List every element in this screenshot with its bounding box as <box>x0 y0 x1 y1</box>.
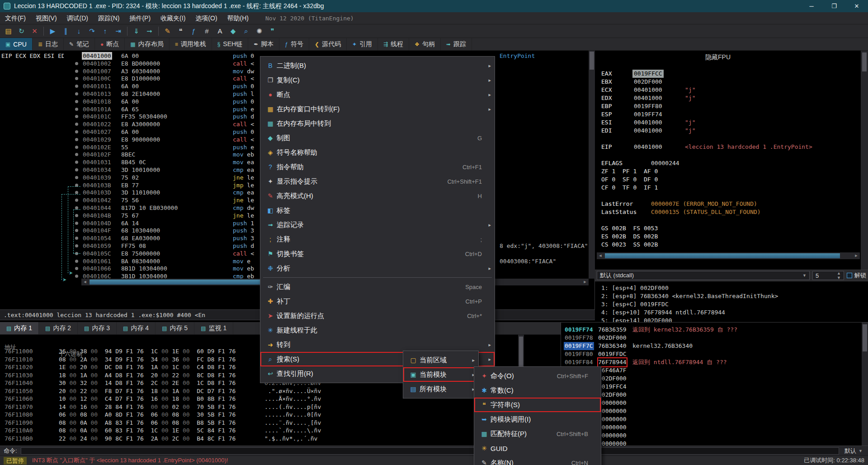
stack-row[interactable]: 0019FF94002DF000 <box>561 391 868 399</box>
breakpoint-dot-icon[interactable] <box>75 260 78 263</box>
string-search-item-命令(O)[interactable]: ✦命令(O)Ctrl+Shift+F <box>474 369 601 383</box>
string-search-item-字符串(S)[interactable]: ❝字符串(S) <box>474 398 601 412</box>
register-row[interactable]: ECX00401000"j" <box>601 86 859 94</box>
stop-icon[interactable]: ✕ <box>28 26 41 37</box>
settings-icon[interactable]: ✺ <box>253 26 265 37</box>
menubar-item[interactable]: 跟踪(N) <box>93 12 124 24</box>
stack-row[interactable]: 0019FF800019FFDC <box>561 350 868 358</box>
register-row[interactable]: EAX0019FFCC <box>601 70 859 78</box>
tab-引用[interactable]: ✦引用 <box>347 38 378 50</box>
stack-row[interactable]: 0019FF78002DF000 <box>561 334 868 342</box>
context-menu-item-补丁[interactable]: ✚补丁Ctrl+P <box>260 294 495 308</box>
breakpoint-dot-icon[interactable] <box>75 176 78 179</box>
context-menu-item-汇编[interactable]: ✑汇编Space <box>260 280 495 294</box>
breakpoint-dot-icon[interactable] <box>75 214 78 217</box>
arg-row[interactable]: 3: [esp+C] 0019FFDC <box>601 300 669 308</box>
register-row[interactable]: OF 0 SF 0 DF 0 <box>601 176 859 184</box>
context-menu-item-断点[interactable]: ●断点▸ <box>260 87 495 102</box>
breakpoint-dot-icon[interactable] <box>75 85 78 88</box>
context-menu-item-高亮模式(H)[interactable]: ✎高亮模式(H)H <box>260 189 495 203</box>
stack-panel[interactable]: 0019FF7476B36359返回到 kernel32.76B36359 自 … <box>561 322 868 446</box>
animate-icon[interactable]: ⇓ <box>130 26 142 37</box>
minimize-button[interactable]: ─ <box>800 0 823 12</box>
breakpoint-dot-icon[interactable] <box>75 77 78 80</box>
dump-tab-监视 1[interactable]: ▤监视 1 <box>194 322 233 334</box>
string-search-item-名称(N)[interactable]: ✎名称(N)Ctrl+N <box>474 456 601 465</box>
command-input[interactable] <box>21 447 839 455</box>
stack-row[interactable]: 0019FF8876F46A7F <box>561 366 868 375</box>
stack-vscrollbar[interactable] <box>862 323 868 446</box>
trace-icon[interactable]: ➞ <box>143 26 156 37</box>
register-row[interactable]: EDI00401000"j" <box>601 127 859 135</box>
breakpoint-dot-icon[interactable] <box>75 161 78 164</box>
register-row[interactable]: EBX002DF000 <box>601 78 859 86</box>
scroll-right-icon[interactable]: ► <box>582 279 588 285</box>
breakpoint-dot-icon[interactable] <box>75 275 78 278</box>
pause-icon[interactable]: ∥ <box>60 26 72 37</box>
breakpoint-dot-icon[interactable] <box>75 92 78 95</box>
register-vscrollbar[interactable] <box>861 51 868 270</box>
tab-源代码[interactable]: ❮源代码 <box>309 38 347 50</box>
breakpoint-dot-icon[interactable] <box>75 115 78 118</box>
maximize-button[interactable]: ❐ <box>823 0 845 12</box>
breakpoint-dot-icon[interactable] <box>75 191 78 194</box>
dump-tab-内存 4[interactable]: ▤内存 4 <box>117 322 156 334</box>
dump-tab-内存 1[interactable]: ▤内存 1 <box>0 322 39 334</box>
register-hscroll-thumb[interactable] <box>605 253 840 258</box>
breakpoint-dot-icon[interactable] <box>75 130 78 133</box>
stack-row[interactable]: 0019FFA800000000 <box>561 432 868 440</box>
step-into-icon[interactable]: ↓ <box>73 26 85 37</box>
context-menu-item-复制(C)[interactable]: ❐复制(C)▸ <box>260 73 495 87</box>
skip-icon[interactable]: ⇥ <box>112 26 124 37</box>
search-icon[interactable]: ⌕ <box>240 26 252 37</box>
arg-depth-stepper[interactable]: 5 ▲▼ <box>812 271 844 280</box>
dump-vscroll-thumb[interactable] <box>519 337 523 370</box>
patch-icon[interactable]: ✎ <box>161 26 174 37</box>
tab-跟踪[interactable]: ➟跟踪 <box>441 38 472 50</box>
register-row[interactable]: LastError0000007E (ERROR_MOD_NOT_FOUND) <box>601 200 859 208</box>
hide-fpu-button[interactable]: 隐藏FPU <box>705 53 731 62</box>
stack-row[interactable]: 0019FF8476F78944返回到 ntdll.76F78944 自 ??? <box>561 358 868 366</box>
stack-row[interactable]: 0019FF7C76B36340kernel32.76B36340 <box>561 342 868 350</box>
breakpoint-dot-icon[interactable] <box>75 206 78 209</box>
tab-CPU[interactable]: ▣CPU <box>0 38 33 50</box>
context-menu-item-转到[interactable]: ➜转到▸ <box>260 337 495 352</box>
register-vscroll-thumb[interactable] <box>862 52 867 71</box>
context-menu-item-在内存布局中转到[interactable]: ▦在内存布局中转到 <box>260 116 495 131</box>
string-search-item-跨模块调用(I)[interactable]: ➥跨模块调用(I) <box>474 412 601 427</box>
breakpoint-dot-icon[interactable] <box>75 168 78 171</box>
comment-icon[interactable]: ❝ <box>175 26 187 37</box>
highlight-icon[interactable]: A <box>214 26 226 37</box>
breakpoint-dot-icon[interactable] <box>75 153 78 156</box>
unlock-checkbox[interactable]: 解锁 <box>847 271 866 280</box>
string-search-item-匹配特征(P)[interactable]: ▦匹配特征(P)Ctrl+Shift+B <box>474 427 601 441</box>
context-menu-item-标签[interactable]: ◧标签 <box>260 203 495 218</box>
breakpoint-dot-icon[interactable] <box>75 222 78 225</box>
open-file-icon[interactable]: ▤ <box>2 26 14 37</box>
breakpoint-dot-icon[interactable] <box>75 244 78 247</box>
register-row[interactable]: LastStatusC0000135 (STATUS_DLL_NOT_FOUND… <box>601 208 859 216</box>
stack-row[interactable]: 0019FF9800000000 <box>561 399 868 407</box>
string-search-item-常数(C)[interactable]: ✱常数(C) <box>474 383 601 398</box>
search-scope-item-当前模块[interactable]: ▣当前模块▸ <box>403 367 478 382</box>
register-row[interactable]: ZF 1 PF 1 AF 0 <box>601 167 859 176</box>
scroll-left-icon[interactable]: ◄ <box>82 279 88 285</box>
breakpoint-dot-icon[interactable] <box>75 138 78 141</box>
tab-SEH链[interactable]: §SEH链 <box>212 38 248 50</box>
breakpoint-dot-icon[interactable] <box>75 70 78 73</box>
scroll-left-icon[interactable]: ◄ <box>598 253 603 259</box>
menubar-item[interactable]: 收藏夹(I) <box>156 12 190 24</box>
context-menu-item-在内存窗口中转到(F)[interactable]: ▦在内存窗口中转到(F)▸ <box>260 102 495 116</box>
menubar-item[interactable]: 视图(V) <box>31 12 62 24</box>
dump-tab-内存 2[interactable]: ▤内存 2 <box>39 322 78 334</box>
run-to-return-icon[interactable]: ↑ <box>99 26 111 37</box>
command-default-select[interactable]: 默认 ▼ <box>843 447 864 455</box>
disasm-vscrollbar[interactable] <box>589 51 595 279</box>
menubar-item[interactable]: 文件(F) <box>0 12 31 24</box>
close-button[interactable]: ✕ <box>845 0 868 12</box>
context-menu-item-追踪记录[interactable]: ➟追踪记录▸ <box>260 218 495 232</box>
string-search-item-GUID[interactable]: ✳GUID <box>474 441 601 456</box>
register-row[interactable]: CS 0023 SS 002B <box>601 241 859 249</box>
tab-脚本[interactable]: ✒脚本 <box>248 38 279 50</box>
breakpoint-dot-icon[interactable] <box>75 237 78 240</box>
